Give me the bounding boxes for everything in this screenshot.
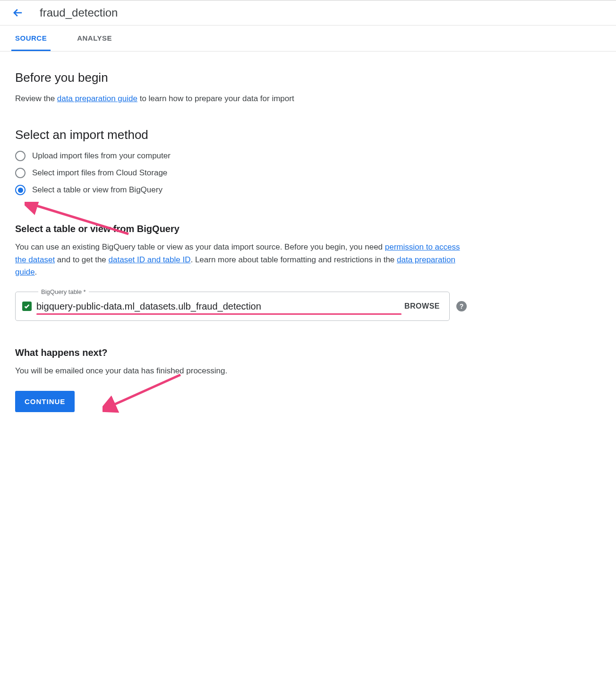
radio-upload-computer[interactable]: Upload import files from your computer <box>15 151 467 161</box>
import-method-radio-group: Upload import files from your computer S… <box>15 151 467 195</box>
radio-icon <box>15 168 26 178</box>
annotation-arrow-icon <box>103 372 188 414</box>
header-bar: fraud_detection <box>0 0 616 26</box>
import-method-heading: Select an import method <box>15 128 467 142</box>
field-value-text: bigquery-public-data.ml_datasets.ulb_fra… <box>36 301 261 311</box>
before-text: Review the data preparation guide to lea… <box>15 93 467 105</box>
radio-icon <box>15 151 26 161</box>
radio-label: Select a table or view from BigQuery <box>32 185 163 195</box>
svg-line-1 <box>111 375 180 406</box>
bigquery-table-field[interactable]: BigQuery table * bigquery-public-data.ml… <box>15 292 450 321</box>
link-data-prep-guide[interactable]: data preparation guide <box>57 94 137 103</box>
continue-row: CONTINUE <box>15 391 467 412</box>
next-heading: What happens next? <box>15 347 467 358</box>
next-text: You will be emailed once your data has f… <box>15 365 467 377</box>
radio-cloud-storage[interactable]: Select import files from Cloud Storage <box>15 168 467 178</box>
bigquery-description: You can use an existing BigQuery table o… <box>15 241 467 278</box>
bq-text-b: and to get the <box>55 255 108 264</box>
check-icon <box>22 302 32 311</box>
radio-label: Select import files from Cloud Storage <box>32 168 167 178</box>
before-text-a: Review the <box>15 94 57 103</box>
main-content: Before you begin Review the data prepara… <box>0 52 482 427</box>
page-title: fraud_detection <box>40 6 118 19</box>
tabs-bar: SOURCE ANALYSE <box>0 26 616 52</box>
continue-button[interactable]: CONTINUE <box>15 391 75 412</box>
tab-analyse[interactable]: ANALYSE <box>73 26 116 51</box>
browse-button[interactable]: BROWSE <box>402 302 443 311</box>
field-label: BigQuery table * <box>38 288 89 295</box>
bq-text-d: . <box>35 267 37 276</box>
radio-icon <box>15 185 26 195</box>
radio-label: Upload import files from your computer <box>32 151 171 161</box>
radio-bigquery[interactable]: Select a table or view from BigQuery <box>15 185 467 195</box>
bigquery-heading: Select a table or view from BigQuery <box>15 224 467 234</box>
before-text-b: to learn how to prepare your data for im… <box>137 94 294 103</box>
bq-text-c: . Learn more about table formatting and … <box>190 255 397 264</box>
link-dataset-id-table-id[interactable]: dataset ID and table ID <box>109 255 191 264</box>
field-value: bigquery-public-data.ml_datasets.ulb_fra… <box>36 301 402 312</box>
help-icon[interactable]: ? <box>456 301 467 311</box>
annotation-underline <box>36 313 402 315</box>
bigquery-field-row: BigQuery table * bigquery-public-data.ml… <box>15 292 467 321</box>
tab-source[interactable]: SOURCE <box>11 26 51 51</box>
bq-text-a: You can use an existing BigQuery table o… <box>15 242 385 251</box>
before-heading: Before you begin <box>15 70 467 85</box>
back-arrow-icon[interactable] <box>11 6 25 19</box>
